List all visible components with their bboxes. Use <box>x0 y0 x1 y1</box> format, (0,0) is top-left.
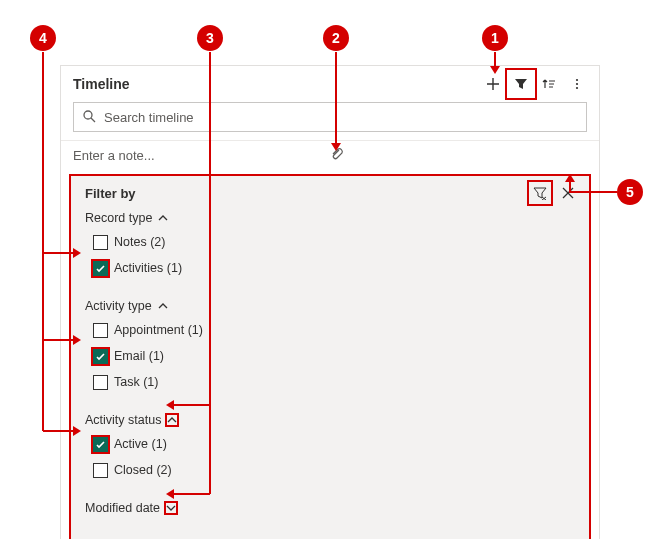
option-label: Email (1) <box>114 349 164 363</box>
section-label: Activity status <box>85 413 161 427</box>
callout-3: 3 <box>197 25 223 51</box>
section-label: Modified date <box>85 501 160 515</box>
more-icon[interactable] <box>563 70 591 98</box>
option-active[interactable]: Active (1) <box>93 431 575 457</box>
filter-title: Filter by <box>85 186 575 201</box>
svg-point-19 <box>576 83 578 85</box>
option-closed[interactable]: Closed (2) <box>93 457 575 483</box>
option-email[interactable]: Email (1) <box>93 343 575 369</box>
svg-point-20 <box>576 87 578 89</box>
timeline-card: Timeline Enter a note... <box>60 65 600 539</box>
note-input[interactable]: Enter a note... <box>61 140 599 170</box>
callout-2: 2 <box>323 25 349 51</box>
close-icon[interactable] <box>557 182 579 204</box>
callout-5: 5 <box>617 179 643 205</box>
section-modified-date[interactable]: Modified date <box>85 501 575 515</box>
section-label: Record type <box>85 211 152 225</box>
option-label: Activities (1) <box>114 261 182 275</box>
filter-icon[interactable] <box>507 70 535 98</box>
chevron-down-icon <box>164 501 178 515</box>
checkbox[interactable] <box>93 463 108 478</box>
option-appointment[interactable]: Appointment (1) <box>93 317 575 343</box>
option-activities[interactable]: Activities (1) <box>93 255 575 281</box>
checkbox[interactable] <box>93 349 108 364</box>
chevron-up-icon <box>156 299 170 313</box>
option-task[interactable]: Task (1) <box>93 369 575 395</box>
chevron-up-icon <box>165 413 179 427</box>
note-placeholder: Enter a note... <box>73 148 330 163</box>
section-label: Activity type <box>85 299 152 313</box>
option-label: Notes (2) <box>114 235 165 249</box>
search-input[interactable] <box>102 109 578 126</box>
checkbox[interactable] <box>93 437 108 452</box>
svg-point-21 <box>84 111 92 119</box>
section-activity-type[interactable]: Activity type <box>85 299 575 313</box>
option-label: Closed (2) <box>114 463 172 477</box>
search-input-wrap[interactable] <box>73 102 587 132</box>
callout-4: 4 <box>30 25 56 51</box>
option-label: Appointment (1) <box>114 323 203 337</box>
search-icon <box>82 109 96 126</box>
svg-line-22 <box>91 118 95 122</box>
sort-icon[interactable] <box>535 70 563 98</box>
svg-point-18 <box>576 79 578 81</box>
callout-1: 1 <box>482 25 508 51</box>
checkbox[interactable] <box>93 235 108 250</box>
option-label: Active (1) <box>114 437 167 451</box>
attach-icon[interactable] <box>330 147 587 164</box>
page-title: Timeline <box>73 76 479 92</box>
filter-panel: Filter by Record type Notes (2) Activiti… <box>69 174 591 539</box>
chevron-up-icon <box>156 211 170 225</box>
option-notes[interactable]: Notes (2) <box>93 229 575 255</box>
option-label: Task (1) <box>114 375 158 389</box>
checkbox[interactable] <box>93 261 108 276</box>
clear-filter-icon[interactable] <box>529 182 551 204</box>
checkbox[interactable] <box>93 323 108 338</box>
timeline-header: Timeline <box>61 66 599 102</box>
section-record-type[interactable]: Record type <box>85 211 575 225</box>
checkbox[interactable] <box>93 375 108 390</box>
section-activity-status[interactable]: Activity status <box>85 413 575 427</box>
add-icon[interactable] <box>479 70 507 98</box>
